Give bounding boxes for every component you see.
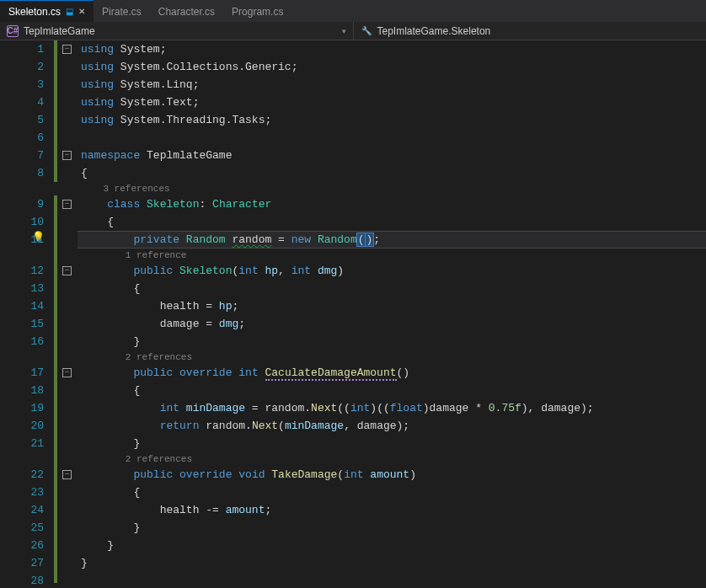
kw-override: override [179,468,232,481]
kw-public: public [133,265,173,277]
tab-label: Character.cs [158,6,215,18]
kw-using: using [81,43,114,56]
fold-toggle[interactable]: − [62,368,72,377]
field-damage: damage [160,318,200,330]
references-link[interactable]: 2 references [126,454,192,464]
line-number: 17 [0,364,44,382]
base-class: Character [212,198,271,211]
nav-project-dropdown[interactable]: C# TepImlateGame ▾ [0,22,353,40]
kw-new: new [291,233,311,246]
kw-using: using [81,61,114,73]
kw-using: using [81,96,114,109]
tab-pirate[interactable]: Pirate.cs [94,0,150,22]
nav-class-dropdown[interactable]: 🔧 TepImlateGame.Skeleton [353,22,707,40]
line-number: 24 [0,501,44,519]
line-number-gutter: 1 2 3 4 5 6 7 8 9 10 11 12 13 14 15 16 1… [0,40,54,588]
field-damage: damage [541,402,580,414]
method-calculate-damage: CaculateDamageAmount [265,366,397,381]
fold-toggle[interactable]: − [62,151,72,160]
change-indicator [54,40,57,182]
ns: System.Text [120,96,193,109]
ns: System.Threading.Tasks [120,114,265,126]
line-number: 12 [0,262,44,280]
line-number: 14 [0,297,44,315]
tab-label: Skeleton.cs [8,6,61,18]
kw-public: public [133,468,173,481]
references-link[interactable]: 3 references [103,184,169,194]
kw-using: using [81,78,114,91]
references-link[interactable]: 1 reference [126,250,187,260]
method-next: Next [311,402,337,414]
tab-program[interactable]: Program.cs [223,0,291,22]
kw-int: int [344,468,363,481]
local-min-damage: minDamage [285,420,344,432]
line-number: 3 [0,76,44,94]
line-number: 22 [0,466,44,484]
field-health: health [160,504,200,516]
local-min-damage: minDamage [186,402,245,414]
kw-int: int [291,265,311,277]
line-number: 20 [0,417,44,435]
lightbulb-icon[interactable]: 💡 [32,231,45,243]
line-number: 4 [0,94,44,111]
ns: System [120,43,160,56]
line-number: 10 [0,213,44,231]
line-number: 26 [0,537,44,554]
kw-int: int [160,402,179,414]
line-number: 19 [0,399,44,417]
kw-int: int [238,265,258,277]
line-number: 5 [0,111,44,129]
tab-bar: Skeleton.cs ⬓ ✕ Pirate.cs Character.cs P… [0,0,706,22]
kw-float: float [390,402,423,414]
namespace-name: TeplmlateGame [147,149,232,162]
type-random: Random [186,233,226,246]
param-amount: amount [226,504,265,516]
kw-override: override [179,366,232,379]
field-random: random [232,233,271,246]
code-editor[interactable]: 1 2 3 4 5 6 7 8 9 10 11 12 13 14 15 16 1… [0,40,706,588]
kw-public: public [133,366,173,379]
line-number: 8 [0,164,44,182]
ns: System.Collections.Generic [120,61,291,73]
literal-float: 0.75f [489,402,521,414]
type-random: Random [318,233,357,246]
field-damage: damage [357,420,397,432]
kw-namespace: namespace [81,149,140,162]
class-icon: 🔧 [361,25,372,37]
param-hp: hp [219,300,233,313]
code-area[interactable]: using System; using System.Collections.G… [78,40,706,588]
ns: System.Linq [120,78,193,91]
line-number: 13 [0,280,44,297]
fold-toggle[interactable]: − [62,200,72,209]
navigation-bar: C# TepImlateGame ▾ 🔧 TepImlateGame.Skele… [0,22,706,40]
param-amount: amount [370,468,409,481]
pin-icon[interactable]: ⬓ [66,7,73,16]
nav-class-label: TepImlateGame.Skeleton [377,25,491,37]
fold-toggle[interactable]: − [62,470,72,479]
kw-int: int [350,402,370,414]
kw-private: private [133,233,179,246]
fold-toggle[interactable]: − [62,266,72,275]
references-link[interactable]: 2 references [126,352,192,362]
chevron-down-icon: ▾ [342,27,346,35]
line-number: 18 [0,382,44,399]
method-next: Next [252,420,278,432]
kw-class: class [107,198,140,211]
method-take-damage: TakeDamage [271,468,337,481]
tab-skeleton[interactable]: Skeleton.cs ⬓ ✕ [0,0,94,22]
close-icon[interactable]: ✕ [78,7,85,16]
line-number: 9 [0,195,44,213]
nav-project-label: TepImlateGame [24,25,95,37]
param-dmg: dmg [318,265,337,277]
kw-void: void [238,468,265,481]
kw-using: using [81,114,114,126]
kw-int: int [238,366,258,379]
tab-label: Pirate.cs [102,6,142,18]
fold-toggle[interactable]: − [62,45,72,54]
tab-character[interactable]: Character.cs [150,0,223,22]
editor-margin: − − − − − − 💡 [54,40,78,588]
field-random: random [206,420,245,432]
line-number: 6 [0,129,44,147]
line-number: 27 [0,554,44,572]
line-number: 21 [0,435,44,452]
